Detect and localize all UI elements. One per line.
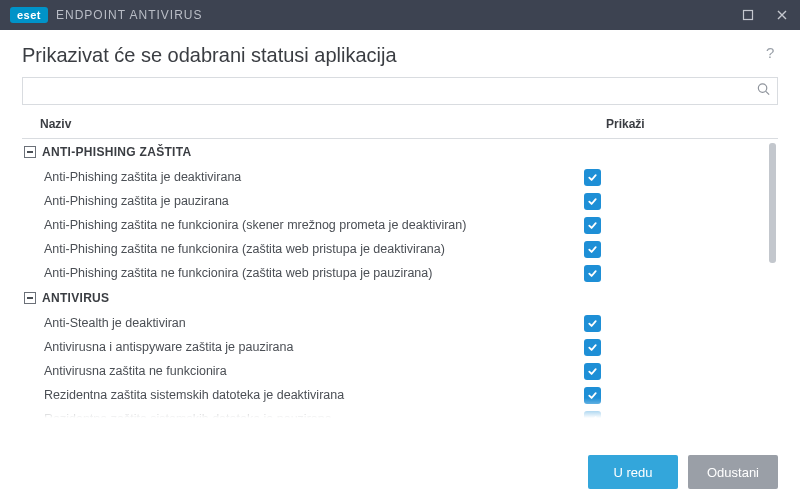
column-header-show[interactable]: Prikaži — [598, 117, 778, 131]
item-label: Antivirusna zaštita ne funkcionira — [22, 364, 584, 378]
show-checkbox[interactable] — [584, 387, 601, 404]
help-button[interactable]: ? — [762, 45, 778, 66]
item-label: Anti-Stealth je deaktiviran — [22, 316, 584, 330]
content: Naziv Prikaži ANTI-PHISHING ZAŠTITAAnti-… — [0, 77, 800, 419]
item-label: Anti-Phishing zaštita je deaktivirana — [22, 170, 584, 184]
group-row[interactable]: ANTIVIRUS — [22, 285, 764, 311]
close-icon — [776, 9, 788, 21]
item-row: Anti-Stealth je deaktiviran — [22, 311, 764, 335]
check-icon — [587, 390, 598, 401]
brand-product: ENDPOINT ANTIVIRUS — [56, 8, 202, 22]
item-row: Rezidentna zaštita sistemskih datoteka j… — [22, 383, 764, 407]
table-header: Naziv Prikaži — [22, 109, 778, 139]
show-checkbox[interactable] — [584, 315, 601, 332]
show-checkbox[interactable] — [584, 411, 601, 420]
item-label: Anti-Phishing zaštita je pauzirana — [22, 194, 584, 208]
check-cell — [584, 241, 764, 258]
search-input[interactable] — [23, 78, 777, 104]
item-row: Anti-Phishing zaštita je deaktivirana — [22, 165, 764, 189]
show-checkbox[interactable] — [584, 193, 601, 210]
check-cell — [584, 339, 764, 356]
svg-line-3 — [766, 91, 769, 94]
item-label: Anti-Phishing zaštita ne funkcionira (za… — [22, 266, 584, 280]
item-row: Anti-Phishing zaštita ne funkcionira (za… — [22, 261, 764, 285]
group-label: ANTI-PHISHING ZAŠTITA — [42, 145, 191, 159]
check-cell — [584, 217, 764, 234]
check-icon — [587, 244, 598, 255]
check-icon — [587, 172, 598, 183]
check-cell — [584, 169, 764, 186]
item-row: Antivirusna i antispyware zaštita je pau… — [22, 335, 764, 359]
group-row[interactable]: ANTI-PHISHING ZAŠTITA — [22, 139, 764, 165]
item-label: Rezidentna zaštita sistemskih datoteka j… — [22, 388, 584, 402]
check-icon — [587, 196, 598, 207]
check-cell — [584, 193, 764, 210]
titlebar: eset ENDPOINT ANTIVIRUS — [0, 0, 800, 30]
brand-badge: eset — [10, 7, 48, 23]
show-checkbox[interactable] — [584, 169, 601, 186]
column-header-name[interactable]: Naziv — [22, 117, 598, 131]
item-row: Rezidentna zaštita sistemskih datoteka j… — [22, 407, 764, 419]
ok-button[interactable]: U redu — [588, 455, 678, 489]
item-label: Rezidentna zaštita sistemskih datoteka j… — [22, 412, 584, 419]
check-cell — [584, 265, 764, 282]
item-label: Anti-Phishing zaštita ne funkcionira (sk… — [22, 218, 584, 232]
item-row: Anti-Phishing zaštita ne funkcionira (sk… — [22, 213, 764, 237]
scroll-area: ANTI-PHISHING ZAŠTITAAnti-Phishing zašti… — [22, 139, 778, 419]
item-label: Anti-Phishing zaštita ne funkcionira (za… — [22, 242, 584, 256]
item-row: Antivirusna zaštita ne funkcionira — [22, 359, 764, 383]
item-row: Anti-Phishing zaštita ne funkcionira (za… — [22, 237, 764, 261]
minus-icon — [27, 151, 33, 153]
show-checkbox[interactable] — [584, 363, 601, 380]
svg-rect-0 — [744, 11, 753, 20]
search-wrap — [22, 77, 778, 105]
group-label: ANTIVIRUS — [42, 291, 109, 305]
rows-container: ANTI-PHISHING ZAŠTITAAnti-Phishing zašti… — [22, 139, 764, 419]
help-icon: ? — [762, 45, 778, 61]
show-checkbox[interactable] — [584, 339, 601, 356]
check-cell — [584, 387, 764, 404]
check-icon — [587, 220, 598, 231]
check-cell — [584, 411, 764, 420]
page-title: Prikazivat će se odabrani statusi aplika… — [22, 44, 397, 67]
footer: U redu Odustani — [0, 444, 800, 500]
show-checkbox[interactable] — [584, 265, 601, 282]
search-icon — [756, 82, 771, 101]
minimize-icon — [742, 9, 754, 21]
minimize-button[interactable] — [740, 7, 756, 23]
cancel-button[interactable]: Odustani — [688, 455, 778, 489]
header: Prikazivat će se odabrani statusi aplika… — [0, 30, 800, 77]
item-row: Anti-Phishing zaštita je pauzirana — [22, 189, 764, 213]
window-controls — [740, 7, 790, 23]
show-checkbox[interactable] — [584, 217, 601, 234]
show-checkbox[interactable] — [584, 241, 601, 258]
check-icon — [587, 366, 598, 377]
svg-point-2 — [758, 84, 766, 92]
brand: eset ENDPOINT ANTIVIRUS — [10, 7, 203, 23]
close-button[interactable] — [774, 7, 790, 23]
check-icon — [587, 318, 598, 329]
check-icon — [587, 342, 598, 353]
svg-text:?: ? — [766, 45, 774, 61]
collapse-toggle[interactable] — [24, 146, 36, 158]
item-label: Antivirusna i antispyware zaštita je pau… — [22, 340, 584, 354]
minus-icon — [27, 297, 33, 299]
collapse-toggle[interactable] — [24, 292, 36, 304]
check-cell — [584, 363, 764, 380]
check-icon — [587, 414, 598, 420]
check-cell — [584, 315, 764, 332]
scrollbar-thumb[interactable] — [769, 143, 776, 263]
check-icon — [587, 268, 598, 279]
